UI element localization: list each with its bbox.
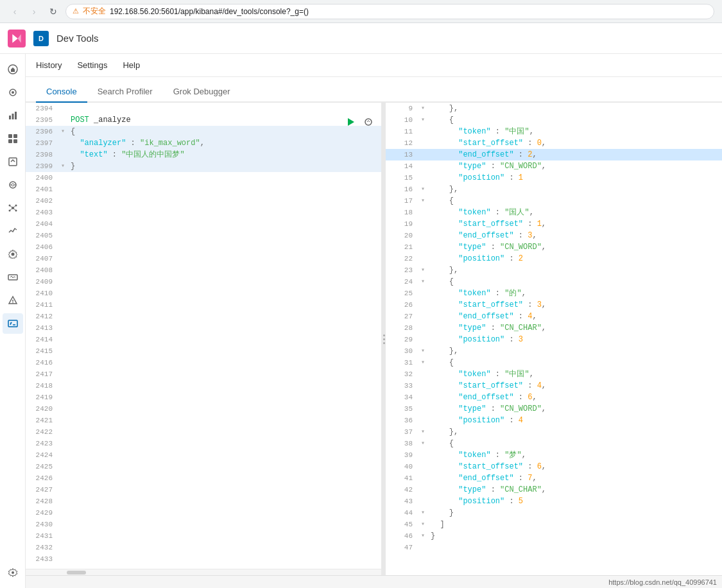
line-content: "position" : 1	[428, 172, 722, 184]
editor-line: 2429	[26, 507, 381, 519]
line-content: "start_offset" : 4,	[428, 380, 722, 392]
editor-line: 2423	[26, 438, 381, 449]
back-button[interactable]: ‹	[8, 4, 22, 19]
security-label: 不安全	[83, 6, 106, 17]
line-number: 43	[386, 496, 418, 507]
output-line-17: 17 ▾ {	[386, 195, 722, 207]
output-line-20: 20 "end_offset" : 3,	[386, 230, 722, 241]
line-number: 2399	[26, 160, 58, 172]
editor-line: 2406	[26, 241, 381, 253]
line-number: 41	[386, 472, 418, 484]
dev-tools-icon[interactable]	[3, 313, 23, 334]
left-panel: 2394 2395 POST _analyze	[26, 103, 382, 575]
line-gutter: ▾	[418, 114, 428, 126]
output-line-22: 22 "position" : 2	[386, 253, 722, 264]
tab-console[interactable]: Console	[36, 82, 87, 103]
line-content: "position" : 3	[428, 334, 722, 345]
right-panel[interactable]: 9 ▾ }, 10 ▾ { 11 "token	[386, 103, 722, 575]
menu-help[interactable]: Help	[123, 58, 140, 73]
line-content: "end_offset" : 2,	[428, 149, 722, 160]
line-gutter: ▾	[58, 160, 68, 172]
svg-line-23	[13, 208, 16, 211]
left-scrollbar[interactable]	[26, 569, 381, 575]
gear-bottom-icon[interactable]	[3, 562, 23, 583]
output-line-28: 28 "type" : "CN_CHAR",	[386, 322, 722, 334]
svg-rect-10	[9, 158, 17, 166]
line-number: 10	[386, 114, 418, 126]
editor-line: 2416	[26, 357, 381, 368]
reload-button[interactable]: ↻	[46, 4, 60, 19]
output-line-12: 12 "start_offset" : 0,	[386, 137, 722, 149]
line-number: 33	[386, 380, 418, 392]
svg-point-32	[365, 119, 372, 125]
line-content: "end_offset" : 3,	[428, 230, 722, 241]
discover-icon[interactable]	[3, 82, 23, 103]
editor-area: 2394 2395 POST _analyze	[26, 103, 722, 575]
line-number: 2396	[26, 126, 58, 137]
editor-line: 2428	[26, 496, 381, 507]
line-content: "start_offset" : 0,	[428, 137, 722, 149]
ml-icon[interactable]	[3, 175, 23, 195]
editor-line: 2400	[26, 172, 381, 184]
svg-marker-31	[348, 118, 354, 126]
line-number: 17	[386, 195, 418, 207]
line-number: 39	[386, 449, 418, 461]
dashboard-icon[interactable]	[3, 128, 23, 149]
apm-icon[interactable]	[3, 267, 23, 288]
visualize-icon[interactable]	[3, 105, 23, 126]
line-gutter: ▾	[418, 507, 428, 519]
forward-button[interactable]: ›	[27, 4, 41, 19]
svg-line-21	[13, 205, 16, 208]
line-number: 37	[386, 426, 418, 438]
line-content: }	[68, 160, 381, 172]
address-bar[interactable]: ⚠ 不安全 192.168.56.20:5601/app/kibana#/dev…	[65, 4, 714, 19]
line-content: "token" : "国人",	[428, 207, 722, 218]
copy-as-curl-button[interactable]	[361, 114, 376, 130]
tab-search-profiler[interactable]: Search Profiler	[87, 82, 163, 103]
line-gutter: ▾	[418, 438, 428, 449]
output-line-37: 37 ▾ },	[386, 426, 722, 438]
output-line-15: 15 "position" : 1	[386, 172, 722, 184]
editor-line: 2433	[26, 553, 381, 565]
svg-rect-28	[8, 320, 17, 327]
line-gutter: ▾	[418, 103, 428, 114]
svg-point-24	[11, 253, 14, 256]
editor-line: 2413	[26, 322, 381, 334]
line-content: "token" : "的",	[428, 288, 722, 299]
scroll-thumb[interactable]	[67, 571, 86, 575]
menu-settings[interactable]: Settings	[77, 58, 107, 73]
home-icon[interactable]	[3, 59, 23, 80]
line-number: 42	[386, 484, 418, 496]
code-editor[interactable]: 2394 2395 POST _analyze	[26, 103, 381, 569]
tab-grok-debugger[interactable]: Grok Debugger	[163, 82, 241, 103]
output-line-9: 9 ▾ },	[386, 103, 722, 114]
graph-icon[interactable]	[3, 198, 23, 218]
editor-line: 2422	[26, 426, 381, 438]
canvas-icon[interactable]	[3, 151, 23, 172]
menu-history[interactable]: History	[36, 58, 62, 73]
editor-line: 2417	[26, 368, 381, 380]
settings-cog-icon[interactable]	[3, 244, 23, 264]
editor-line-2399: 2399 ▾ }	[26, 160, 381, 172]
editor-line: 2407	[26, 253, 381, 264]
line-number: 22	[386, 253, 418, 264]
line-number: 11	[386, 126, 418, 137]
editor-line-2395: 2395 POST _analyze	[26, 114, 381, 126]
alerts-icon[interactable]	[3, 290, 23, 311]
run-button[interactable]	[343, 114, 358, 130]
line-number: 23	[386, 264, 418, 276]
svg-rect-3	[9, 116, 11, 119]
svg-rect-25	[8, 275, 17, 280]
editor-line: 2419	[26, 392, 381, 403]
line-content: "end_offset" : 7,	[428, 472, 722, 484]
monitoring-icon[interactable]	[3, 221, 23, 241]
svg-rect-9	[13, 139, 17, 143]
line-number: 36	[386, 415, 418, 426]
line-number: 47	[386, 542, 418, 553]
output-line-24: 24 ▾ {	[386, 276, 722, 288]
output-line-41: 41 "end_offset" : 7,	[386, 472, 722, 484]
line-number: 38	[386, 438, 418, 449]
line-gutter: ▾	[418, 519, 428, 530]
output-line-23: 23 ▾ },	[386, 264, 722, 276]
line-number: 34	[386, 392, 418, 403]
